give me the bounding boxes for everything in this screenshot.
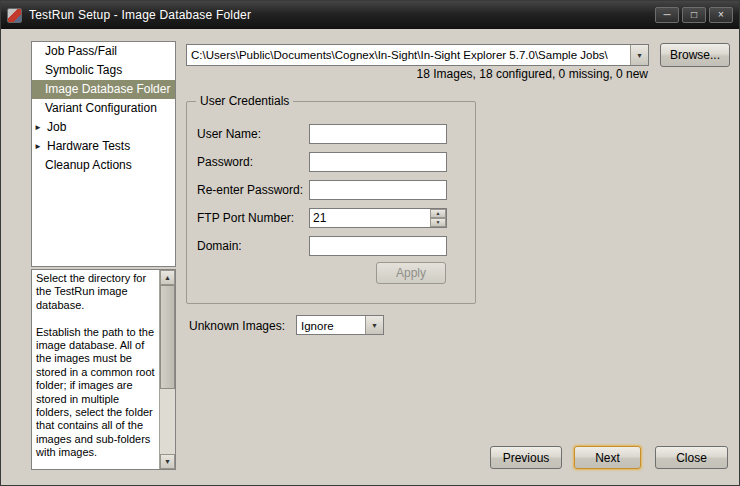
apply-button[interactable]: Apply — [376, 262, 446, 284]
ftp-port-spinner: ▲ ▼ — [430, 209, 446, 227]
unknown-images-value[interactable]: Ignore — [297, 316, 365, 334]
dropdown-arrow-icon[interactable]: ▼ — [630, 45, 648, 65]
browse-button[interactable]: Browse... — [660, 43, 730, 67]
sidebar-item-variant-configuration[interactable]: Variant Configuration — [32, 99, 175, 118]
sidebar-item-label: Cleanup Actions — [45, 158, 132, 172]
group-title: User Credentials — [196, 94, 293, 108]
scroll-down-icon[interactable]: ▼ — [160, 454, 175, 469]
sidebar-item-hardware-tests[interactable]: ► Hardware Tests — [32, 137, 175, 156]
sidebar-item-image-database-folder[interactable]: Image Database Folder — [32, 80, 175, 99]
scroll-up-icon[interactable]: ▲ — [160, 270, 175, 285]
dropdown-arrow-icon[interactable]: ▼ — [365, 316, 383, 334]
sidebar-item-job-pass-fail[interactable]: Job Pass/Fail — [32, 42, 175, 61]
previous-button[interactable]: Previous — [490, 446, 562, 469]
title-bar[interactable]: TestRun Setup - Image Database Folder ─ … — [1, 1, 739, 29]
sidebar-item-job[interactable]: ► Job — [32, 118, 175, 137]
reenter-password-row: Re-enter Password: — [187, 180, 475, 200]
maximize-button[interactable]: □ — [682, 7, 706, 23]
spin-down-icon[interactable]: ▼ — [430, 218, 446, 227]
description-box: Select the directory for the TestRun ima… — [31, 269, 176, 470]
description-scrollbar[interactable]: ▲ ▼ — [159, 270, 175, 469]
user-name-label: User Name: — [197, 124, 261, 144]
ftp-port-label: FTP Port Number: — [197, 208, 294, 228]
spin-up-icon[interactable]: ▲ — [430, 209, 446, 218]
sidebar-item-symbolic-tags[interactable]: Symbolic Tags — [32, 61, 175, 80]
user-name-input[interactable] — [309, 124, 447, 144]
password-row: Password: — [187, 152, 475, 172]
app-icon — [7, 8, 22, 23]
minimize-button[interactable]: ─ — [655, 7, 679, 23]
sidebar-item-label: Job — [47, 120, 66, 134]
image-count-status: 18 Images, 18 configured, 0 missing, 0 n… — [186, 67, 648, 81]
password-label: Password: — [197, 152, 253, 172]
sidebar-item-label: Job Pass/Fail — [45, 44, 117, 58]
password-input[interactable] — [309, 152, 447, 172]
close-window-button[interactable]: × — [709, 7, 733, 23]
ftp-port-input[interactable] — [309, 208, 447, 228]
window-title: TestRun Setup - Image Database Folder — [29, 8, 251, 22]
domain-row: Domain: — [187, 236, 475, 256]
close-button[interactable]: Close — [655, 446, 728, 469]
window-controls: ─ □ × — [655, 7, 733, 23]
reenter-password-input[interactable] — [309, 180, 447, 200]
sidebar-item-label: Symbolic Tags — [45, 63, 122, 77]
sidebar-item-label: Variant Configuration — [45, 101, 157, 115]
expand-arrow-icon[interactable]: ► — [34, 137, 42, 156]
testrun-setup-dialog: TestRun Setup - Image Database Folder ─ … — [0, 0, 740, 486]
next-button[interactable]: Next — [574, 446, 641, 469]
image-folder-combobox[interactable]: C:\Users\Public\Documents\Cognex\In-Sigh… — [186, 44, 649, 66]
domain-input[interactable] — [309, 236, 447, 256]
expand-arrow-icon[interactable]: ► — [34, 118, 42, 137]
ftp-port-row: FTP Port Number: ▲ ▼ — [187, 208, 475, 228]
user-name-row: User Name: — [187, 124, 475, 144]
domain-label: Domain: — [197, 236, 242, 256]
user-credentials-group: User Credentials User Name: Password: Re… — [186, 101, 476, 304]
scrollbar-thumb[interactable] — [160, 285, 175, 389]
setup-pages-list: Job Pass/Fail Symbolic Tags Image Databa… — [31, 41, 176, 267]
reenter-password-label: Re-enter Password: — [197, 180, 303, 200]
unknown-images-dropdown[interactable]: Ignore ▼ — [296, 315, 384, 335]
sidebar-item-cleanup-actions[interactable]: Cleanup Actions — [32, 156, 175, 175]
unknown-images-label: Unknown Images: — [189, 316, 285, 336]
image-folder-path[interactable]: C:\Users\Public\Documents\Cognex\In-Sigh… — [187, 45, 630, 65]
sidebar-item-label: Image Database Folder — [45, 82, 170, 96]
description-text: Select the directory for the TestRun ima… — [32, 270, 159, 469]
sidebar-item-label: Hardware Tests — [47, 139, 130, 153]
